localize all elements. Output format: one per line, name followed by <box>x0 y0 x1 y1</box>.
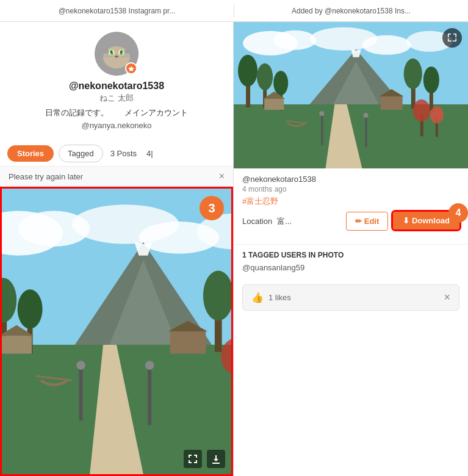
svg-point-42 <box>76 361 85 370</box>
profile-username: @nekonekotaro1538 <box>69 81 164 92</box>
svg-point-79 <box>413 99 430 121</box>
svg-point-81 <box>430 106 444 123</box>
likes-icon: 👍 <box>251 292 264 303</box>
svg-rect-41 <box>79 367 83 421</box>
svg-point-65 <box>273 71 288 95</box>
svg-rect-36 <box>170 331 206 354</box>
svg-point-53 <box>362 35 411 55</box>
detail-location-row: Location 富... ✏ Edit ⬇ Download 4 <box>242 212 459 231</box>
header-left-title: @nekonekotaro1538 Instagram pr... <box>0 0 234 21</box>
likes-content: 👍 1 likes <box>251 292 291 303</box>
svg-rect-74 <box>321 115 323 145</box>
likes-close-button[interactable]: × <box>444 291 450 304</box>
left-panel: @nekonekotaro1538 ねこ 太郎 日常の記録です。 メインアカウン… <box>0 22 234 476</box>
detail-time: 4 months ago <box>242 185 459 193</box>
expand-button[interactable] <box>184 450 202 468</box>
main-content: @nekonekotaro1538 ねこ 太郎 日常の記録です。 メインアカウン… <box>0 22 468 476</box>
svg-point-51 <box>273 31 316 50</box>
header-right-title: Added by @nekonekotaro1538 Ins... <box>234 0 468 21</box>
avatar-badge <box>125 62 137 74</box>
likes-bar: 👍 1 likes × <box>242 284 459 311</box>
svg-point-69 <box>423 67 439 93</box>
svg-rect-43 <box>148 367 151 425</box>
image-grid: 3 <box>0 187 233 476</box>
svg-point-77 <box>364 113 369 118</box>
action-buttons: ✏ Edit ⬇ Download 4 <box>346 212 459 231</box>
profile-displayname: ねこ 太郎 <box>99 93 134 104</box>
profile-link: @nyanya.nekoneko <box>81 121 151 130</box>
svg-point-67 <box>404 59 422 89</box>
tab-more: 4| <box>144 145 156 162</box>
grid-item-badge: 3 <box>200 196 224 220</box>
svg-rect-76 <box>365 117 367 147</box>
detail-info: @nekonekotaro1538 4 months ago #富士忍野 Loc… <box>234 168 468 244</box>
svg-rect-38 <box>2 336 32 353</box>
right-panel: @nekonekotaro1538 4 months ago #富士忍野 Loc… <box>234 22 468 476</box>
download-button-wrapper: ⬇ Download 4 <box>393 212 459 231</box>
svg-point-8 <box>110 51 112 52</box>
image-overlay-buttons <box>184 450 225 468</box>
tab-tagged[interactable]: Tagged <box>59 145 103 162</box>
likes-text: 1 likes <box>268 293 291 302</box>
location-label: Location <box>242 217 272 226</box>
alert-bar: Please try again later × <box>0 167 233 187</box>
detail-scene-image <box>234 22 468 168</box>
grid-item[interactable]: 3 <box>0 187 233 476</box>
edit-button[interactable]: ✏ Edit <box>346 212 388 231</box>
location-value: 富... <box>277 216 341 227</box>
tab-stories[interactable]: Stories <box>7 145 54 162</box>
grid-scene-image <box>2 189 231 474</box>
svg-rect-72 <box>264 99 284 110</box>
svg-rect-70 <box>381 96 403 110</box>
download-button-grid[interactable] <box>207 450 225 468</box>
fullscreen-button[interactable] <box>442 28 462 48</box>
tagged-user: @quansanlang59 <box>242 263 459 272</box>
tabs-row: Stories Tagged 3 Posts 4| <box>0 141 233 167</box>
alert-close-button[interactable]: × <box>219 171 225 181</box>
top-header: @nekonekotaro1538 Instagram pr... Added … <box>0 0 468 22</box>
alert-text: Please try again later <box>9 172 83 181</box>
svg-point-44 <box>145 361 154 370</box>
avatar-wrapper <box>95 32 139 76</box>
profile-bio: 日常の記録です。 メインアカウント <box>45 107 188 118</box>
detail-badge: 4 <box>448 203 468 223</box>
svg-point-61 <box>238 55 257 87</box>
detail-username: @nekonekotaro1538 <box>242 175 459 184</box>
detail-image-wrapper <box>234 22 468 168</box>
svg-point-9 <box>120 51 121 52</box>
svg-point-75 <box>319 111 324 116</box>
tab-posts[interactable]: 3 Posts <box>108 145 139 162</box>
tagged-section: 1 TAGGED USERS IN PHOTO @quansanlang59 <box>234 244 468 278</box>
svg-point-31 <box>18 289 43 328</box>
tagged-title: 1 TAGGED USERS IN PHOTO <box>242 251 459 259</box>
detail-hashtag[interactable]: #富士忍野 <box>242 196 459 207</box>
profile-section: @nekonekotaro1538 ねこ 太郎 日常の記録です。 メインアカウン… <box>0 22 233 141</box>
svg-point-63 <box>257 63 273 90</box>
